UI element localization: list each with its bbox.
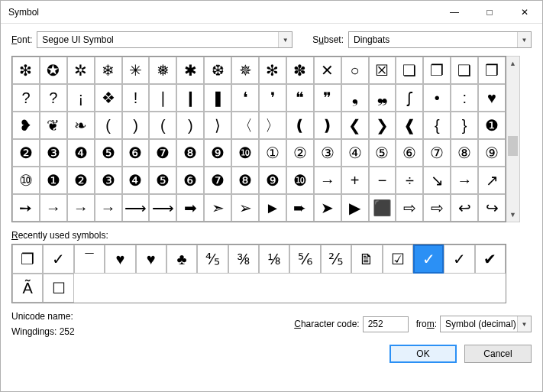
symbol-cell[interactable]: ⑧ bbox=[451, 139, 478, 167]
symbol-cell[interactable]: ❿ bbox=[286, 167, 314, 194]
recent-symbol-cell[interactable]: ⅜ bbox=[228, 245, 259, 274]
symbol-cell[interactable]: 〈 bbox=[231, 112, 259, 139]
symbol-cell[interactable]: ❽ bbox=[231, 167, 259, 194]
symbol-cell[interactable]: ⬛ bbox=[369, 194, 396, 222]
symbol-cell[interactable]: ✵ bbox=[231, 57, 259, 84]
symbol-cell[interactable]: → bbox=[314, 167, 341, 194]
symbol-cell[interactable]: ¡ bbox=[67, 84, 95, 112]
symbol-cell[interactable]: ❸ bbox=[40, 139, 67, 167]
symbol-cell[interactable]: ➡ bbox=[176, 194, 204, 222]
symbol-cell[interactable]: 〉 bbox=[259, 112, 286, 139]
symbol-cell[interactable]: ❾ bbox=[259, 167, 286, 194]
symbol-cell[interactable]: ① bbox=[259, 139, 286, 167]
recent-symbol-cell[interactable]: ⅖ bbox=[321, 245, 351, 274]
recent-symbol-cell[interactable]: 🗎 bbox=[351, 245, 382, 274]
symbol-cell[interactable]: → bbox=[451, 167, 478, 194]
symbol-cell[interactable]: ④ bbox=[341, 139, 369, 167]
symbol-cell[interactable]: ❿ bbox=[231, 139, 259, 167]
symbol-cell[interactable]: ❇ bbox=[12, 57, 40, 84]
recent-symbol-cell[interactable]: Ã bbox=[12, 274, 43, 303]
symbol-cell[interactable]: ✕ bbox=[314, 57, 341, 84]
symbol-cell[interactable]: ➨ bbox=[286, 194, 314, 222]
symbol-cell[interactable]: ⟶ bbox=[122, 194, 150, 222]
scroll-thumb[interactable] bbox=[508, 136, 518, 156]
symbol-cell[interactable]: ❻ bbox=[122, 139, 150, 167]
symbol-cell[interactable]: { bbox=[423, 112, 451, 139]
symbol-cell[interactable]: ❐ bbox=[423, 57, 451, 84]
symbol-cell[interactable]: ❹ bbox=[67, 139, 95, 167]
symbol-cell[interactable]: → bbox=[40, 194, 67, 222]
symbol-cell[interactable]: ⑤ bbox=[369, 139, 396, 167]
symbol-cell[interactable]: ♥ bbox=[478, 84, 506, 112]
cancel-button[interactable]: Cancel bbox=[464, 345, 532, 363]
symbol-cell[interactable]: ⑦ bbox=[423, 139, 451, 167]
font-combo[interactable]: Segoe UI Symbol ▼ bbox=[37, 31, 293, 48]
symbol-cell[interactable]: ❾ bbox=[204, 139, 231, 167]
symbol-cell[interactable]: ⑩ bbox=[12, 167, 40, 194]
symbol-cell[interactable]: ❟ bbox=[341, 84, 369, 112]
recent-symbol-cell[interactable]: ♥ bbox=[105, 245, 135, 274]
symbol-cell[interactable]: • bbox=[423, 84, 451, 112]
symbol-cell[interactable]: ↗ bbox=[478, 167, 506, 194]
symbol-cell[interactable]: ❫ bbox=[314, 112, 341, 139]
symbol-cell[interactable]: ❚ bbox=[204, 84, 231, 112]
from-combo[interactable]: Symbol (decimal) ▼ bbox=[440, 316, 532, 332]
symbol-cell[interactable]: ❛ bbox=[231, 84, 259, 112]
recent-symbol-cell[interactable]: ✓ bbox=[43, 245, 73, 274]
symbol-cell[interactable]: ❞ bbox=[314, 84, 341, 112]
symbol-cell[interactable]: } bbox=[451, 112, 478, 139]
symbol-cell[interactable]: ❄ bbox=[95, 57, 122, 84]
symbol-cell[interactable]: ↩ bbox=[451, 194, 478, 222]
symbol-cell[interactable]: ❷ bbox=[12, 139, 40, 167]
symbol-cell[interactable]: ➣ bbox=[204, 194, 231, 222]
symbol-cell[interactable]: ❑ bbox=[451, 57, 478, 84]
symbol-cell[interactable]: ✱ bbox=[176, 57, 204, 84]
scrollbar[interactable]: ▲ ▼ bbox=[506, 56, 520, 222]
symbol-cell[interactable]: ❹ bbox=[122, 167, 150, 194]
symbol-cell[interactable]: − bbox=[369, 167, 396, 194]
recent-symbol-cell[interactable]: ☑ bbox=[383, 245, 413, 274]
symbol-cell[interactable]: ❜ bbox=[259, 84, 286, 112]
symbol-cell[interactable]: ③ bbox=[314, 139, 341, 167]
recent-symbol-cell[interactable]: ♥ bbox=[136, 245, 166, 274]
symbol-cell[interactable]: ❰ bbox=[396, 112, 423, 139]
symbol-cell[interactable]: ✪ bbox=[40, 57, 67, 84]
symbol-cell[interactable]: ↪ bbox=[478, 194, 506, 222]
subset-combo[interactable]: Dingbats ▼ bbox=[348, 31, 532, 48]
recent-symbol-cell[interactable]: ✓ bbox=[413, 245, 444, 274]
symbol-cell[interactable]: ✲ bbox=[67, 57, 95, 84]
symbol-cell[interactable]: ❺ bbox=[149, 167, 176, 194]
symbol-cell[interactable]: ➤ bbox=[314, 194, 341, 222]
symbol-cell[interactable]: ÷ bbox=[396, 167, 423, 194]
symbol-cell[interactable]: ( bbox=[95, 112, 122, 139]
symbol-cell[interactable]: ! bbox=[122, 84, 150, 112]
symbol-cell[interactable]: ❼ bbox=[149, 139, 176, 167]
symbol-cell[interactable]: ⇨ bbox=[396, 194, 423, 222]
symbol-cell[interactable]: ) bbox=[176, 112, 204, 139]
recent-symbol-cell[interactable]: ⁴⁄₅ bbox=[197, 245, 228, 274]
symbol-cell[interactable]: ⑨ bbox=[478, 139, 506, 167]
symbol-cell[interactable]: ❏ bbox=[396, 57, 423, 84]
symbol-cell[interactable]: : bbox=[451, 84, 478, 112]
symbol-cell[interactable]: ❷ bbox=[67, 167, 95, 194]
symbol-cell[interactable]: ʃ bbox=[396, 84, 423, 112]
recent-symbol-cell[interactable]: ⅚ bbox=[289, 245, 320, 274]
recent-symbol-cell[interactable]: ☐ bbox=[43, 274, 73, 303]
symbol-cell[interactable]: ❶ bbox=[40, 167, 67, 194]
symbol-cell[interactable]: → bbox=[95, 194, 122, 222]
symbol-cell[interactable]: ⇨ bbox=[423, 194, 451, 222]
symbol-cell[interactable]: ☒ bbox=[369, 57, 396, 84]
symbol-cell[interactable]: ❦ bbox=[40, 112, 67, 139]
ok-button[interactable]: OK bbox=[389, 345, 457, 363]
symbol-cell[interactable]: ► bbox=[259, 194, 286, 222]
symbol-cell[interactable]: ❆ bbox=[204, 57, 231, 84]
symbol-cell[interactable]: ↘ bbox=[423, 167, 451, 194]
scroll-down-icon[interactable]: ▼ bbox=[506, 208, 519, 222]
symbol-cell[interactable]: ❥ bbox=[12, 112, 40, 139]
symbol-cell[interactable]: ⟩ bbox=[204, 112, 231, 139]
recent-symbol-cell[interactable]: ¯ bbox=[74, 245, 105, 274]
symbol-cell[interactable]: ❠ bbox=[369, 84, 396, 112]
recent-symbol-cell[interactable]: ✔ bbox=[475, 245, 506, 274]
symbol-cell[interactable]: ❪ bbox=[286, 112, 314, 139]
symbol-cell[interactable]: ❻ bbox=[176, 167, 204, 194]
